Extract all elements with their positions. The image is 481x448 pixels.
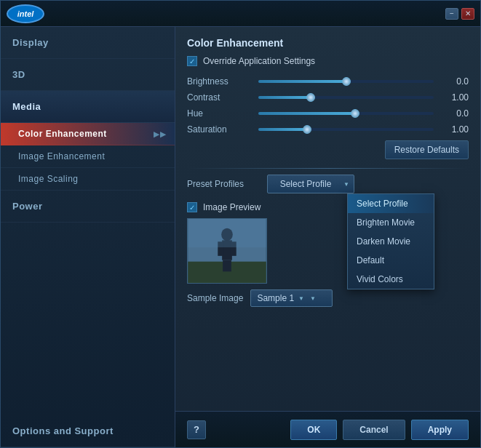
sidebar-item-media-label: Media: [12, 101, 41, 112]
minimize-button[interactable]: −: [445, 8, 458, 20]
apply-button[interactable]: Apply: [411, 420, 469, 440]
brightness-fill: [258, 80, 346, 83]
sample-image-label: Sample Image: [187, 293, 243, 303]
override-label: Override Application Settings: [203, 56, 315, 66]
dropdown-item-brighten-movie[interactable]: Brighten Movie: [348, 213, 434, 232]
saturation-value: 1.00: [440, 124, 469, 135]
bottom-right-buttons: OK Cancel Apply: [290, 420, 469, 440]
sidebar-item-image-enhancement[interactable]: Image Enhancement: [1, 145, 175, 168]
hue-row: Hue 0.0: [187, 108, 469, 119]
title-bar-left: intel: [7, 4, 44, 23]
sidebar-item-image-scaling-label: Image Scaling: [18, 174, 79, 184]
sidebar-item-image-scaling[interactable]: Image Scaling: [1, 168, 175, 191]
preview-container: [187, 218, 267, 284]
brightness-thumb[interactable]: [342, 77, 351, 86]
override-checkbox[interactable]: ✓: [187, 56, 197, 66]
panel-content: Color Enhancement ✓ Override Application…: [175, 27, 480, 411]
sidebar: Display 3D Media Color Enhancement ▶▶ Im…: [1, 27, 175, 447]
svg-rect-8: [188, 219, 266, 247]
sample-image-value: Sample 1: [257, 293, 294, 303]
contrast-value: 1.00: [440, 92, 469, 103]
dropdown-item-default[interactable]: Default: [348, 251, 434, 270]
saturation-row: Saturation 1.00: [187, 124, 469, 135]
brightness-row: Brightness 0.0: [187, 76, 469, 87]
sidebar-spacer: [1, 223, 175, 415]
preset-profiles-row: Preset Profiles Select Profile Select Pr…: [187, 175, 469, 193]
sidebar-item-color-enhancement-label: Color Enhancement: [18, 129, 107, 139]
panel-title: Color Enhancement: [187, 37, 469, 49]
svg-rect-6: [223, 260, 227, 272]
contrast-row: Contrast 1.00: [187, 92, 469, 103]
hue-thumb[interactable]: [351, 109, 359, 118]
hue-track[interactable]: [258, 112, 434, 115]
saturation-track[interactable]: [258, 128, 434, 131]
dropdown-item-select-profile[interactable]: Select Profile: [348, 194, 434, 213]
hue-fill: [258, 112, 355, 115]
contrast-fill: [258, 96, 311, 99]
svg-rect-7: [227, 260, 231, 272]
sidebar-item-3d[interactable]: 3D: [1, 59, 175, 91]
brightness-track[interactable]: [258, 80, 434, 83]
contrast-track[interactable]: [258, 96, 434, 99]
sidebar-item-power-label: Power: [12, 201, 43, 212]
preset-profiles-label: Preset Profiles: [187, 179, 260, 189]
preview-image: [188, 219, 266, 283]
saturation-fill: [258, 128, 307, 131]
restore-defaults-button[interactable]: Restore Defaults: [385, 140, 469, 159]
contrast-thumb[interactable]: [306, 93, 315, 102]
image-preview-checkbox[interactable]: ✓: [187, 202, 197, 212]
restore-defaults-row: Restore Defaults: [187, 140, 469, 159]
cancel-button[interactable]: Cancel: [343, 420, 405, 440]
sidebar-item-media[interactable]: Media: [1, 91, 175, 123]
dropdown-item-darken-movie[interactable]: Darken Movie: [348, 232, 434, 251]
right-panel: Color Enhancement ✓ Override Application…: [175, 27, 480, 447]
bottom-bar: ? OK Cancel Apply: [175, 411, 480, 447]
sidebar-item-options-support-label: Options and Support: [12, 425, 114, 436]
main-content: Display 3D Media Color Enhancement ▶▶ Im…: [1, 27, 480, 447]
sidebar-item-display-label: Display: [12, 37, 49, 48]
title-bar: intel − ✕: [1, 1, 480, 27]
saturation-thumb[interactable]: [303, 125, 311, 134]
brightness-label: Brightness: [187, 76, 253, 87]
saturation-label: Saturation: [187, 124, 253, 135]
dropdown-item-vivid-colors[interactable]: Vivid Colors: [348, 270, 434, 289]
close-button[interactable]: ✕: [461, 8, 474, 20]
sample-dropdown-arrow: ▼: [298, 295, 304, 302]
title-bar-controls: − ✕: [445, 8, 474, 20]
sidebar-item-3d-label: 3D: [12, 69, 25, 80]
sidebar-item-options-support[interactable]: Options and Support: [1, 415, 175, 447]
hue-label: Hue: [187, 108, 253, 119]
intel-logo: intel: [7, 4, 44, 23]
sidebar-item-display[interactable]: Display: [1, 27, 175, 59]
sample-image-row: Sample Image Sample 1 ▼: [187, 289, 469, 307]
override-checkbox-row: ✓ Override Application Settings: [187, 56, 469, 66]
sidebar-item-color-enhancement[interactable]: Color Enhancement ▶▶: [1, 123, 175, 145]
profile-dropdown-menu: Select Profile Brighten Movie Darken Mov…: [347, 193, 434, 289]
image-preview-label: Image Preview: [203, 202, 261, 212]
select-profile-button[interactable]: Select Profile: [267, 175, 354, 193]
sidebar-item-power[interactable]: Power: [1, 191, 175, 223]
brightness-value: 0.0: [440, 76, 469, 87]
help-button[interactable]: ?: [187, 420, 206, 439]
sample-image-dropdown[interactable]: Sample 1 ▼: [250, 289, 333, 307]
main-window: intel − ✕ Display 3D Media Color Enhance…: [0, 0, 481, 448]
ok-button[interactable]: OK: [290, 420, 337, 440]
hue-value: 0.0: [440, 108, 469, 119]
sidebar-item-image-enhancement-label: Image Enhancement: [18, 151, 105, 161]
dropdown-container: Select Profile Select Profile Brighten M…: [267, 175, 354, 193]
divider: [187, 168, 469, 169]
contrast-label: Contrast: [187, 92, 253, 103]
color-enhancement-arrow: ▶▶: [154, 130, 166, 138]
